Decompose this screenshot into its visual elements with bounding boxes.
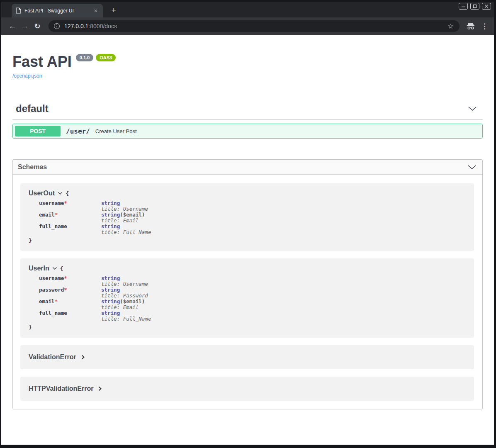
property-row: email* string($email) title: Email <box>39 299 466 310</box>
swagger-page: Fast API0.1.0OAS3 /openapi.json default … <box>1 35 494 445</box>
chevron-right-icon <box>98 386 102 391</box>
model-properties: username* string title: Username passwor… <box>39 275 466 322</box>
model-name: HTTPValidationError <box>29 385 93 392</box>
titlebar: Fast API - Swagger UI × + <box>1 2 494 17</box>
property-format: ($email) <box>120 212 145 218</box>
reload-icon[interactable]: ↻ <box>31 22 44 31</box>
property-definition: string($email) title: Email <box>101 212 145 224</box>
property-definition: string($email) title: Email <box>101 299 145 310</box>
property-format: ($email) <box>120 298 145 304</box>
property-type: string <box>101 212 120 218</box>
api-badges: 0.1.0OAS3 <box>76 54 116 61</box>
open-brace: { <box>66 190 69 197</box>
close-brace: } <box>29 237 466 243</box>
required-star: * <box>55 212 58 218</box>
bookmark-star-icon[interactable]: ☆ <box>446 22 455 31</box>
property-row: username* string title: Username <box>39 275 466 287</box>
info-icon[interactable] <box>53 23 60 29</box>
property-definition: string title: Password <box>101 287 148 299</box>
required-star: * <box>64 287 67 293</box>
property-definition: string title: Username <box>101 200 148 212</box>
model-properties: username* string title: Username email* … <box>39 200 466 235</box>
property-row: email* string($email) title: Email <box>39 212 466 224</box>
property-type: string <box>101 298 120 304</box>
tab-close-icon[interactable]: × <box>92 7 100 15</box>
property-name: username* <box>39 275 101 287</box>
chevron-down-icon <box>467 165 477 170</box>
property-title: title: Password <box>101 293 148 299</box>
toolbar-right: ⋮ <box>466 22 488 31</box>
address-bar[interactable]: 127.0.0.1:8000/docs ☆ <box>49 20 460 32</box>
property-type: string <box>101 200 120 206</box>
property-title: title: Username <box>101 206 148 212</box>
schemas-header[interactable]: Schemas <box>13 160 482 175</box>
close-brace: } <box>29 324 466 330</box>
open-brace: { <box>60 265 63 272</box>
required-star: * <box>55 298 58 304</box>
required-star: * <box>64 200 67 206</box>
property-type: string <box>101 223 120 229</box>
back-icon[interactable]: ← <box>6 22 19 31</box>
forward-icon[interactable]: → <box>19 22 31 31</box>
incognito-icon <box>466 22 475 30</box>
operation-path: /user/ <box>66 127 90 135</box>
property-name: email* <box>39 212 101 224</box>
property-type: string <box>101 287 120 293</box>
model-httpvalidationerror[interactable]: HTTPValidationError <box>20 377 474 401</box>
required-star: * <box>64 275 67 281</box>
property-type: string <box>101 310 120 316</box>
browser-window: Fast API - Swagger UI × + ← → ↻ <box>0 0 496 448</box>
chevron-right-icon <box>81 355 85 360</box>
schemas-title: Schemas <box>18 163 47 171</box>
model-userout: UserOut { username* string title: Userna… <box>20 183 474 251</box>
openapi-spec-link[interactable]: /openapi.json <box>12 73 483 79</box>
property-name: full_name <box>39 310 101 322</box>
window-controls <box>459 3 491 10</box>
property-definition: string title: Full_Name <box>101 310 151 322</box>
page-icon <box>16 7 21 14</box>
property-row: password* string title: Password <box>39 287 466 299</box>
method-badge: POST <box>15 126 61 136</box>
property-type: string <box>101 275 120 281</box>
url-path: :8000/docs <box>88 23 117 29</box>
property-name: full_name <box>39 224 101 235</box>
property-title: title: Full_Name <box>101 229 151 235</box>
model-userout-header[interactable]: UserOut { <box>29 190 466 197</box>
model-userin: UserIn { username* string title: Usernam… <box>20 258 474 338</box>
property-title: title: Username <box>101 281 148 287</box>
model-validationerror[interactable]: ValidationError <box>20 345 474 369</box>
version-badge: 0.1.0 <box>76 54 93 61</box>
browser-toolbar: ← → ↻ 127.0.0.1:8000/docs ☆ ⋮ <box>1 17 494 35</box>
schemas-body: UserOut { username* string title: Userna… <box>13 175 482 409</box>
model-name: UserIn <box>29 265 49 272</box>
property-name: username* <box>39 200 101 212</box>
operation-summary: Create User Post <box>95 128 137 134</box>
property-title: title: Email <box>101 218 145 224</box>
property-title: title: Email <box>101 304 145 310</box>
tab-title: Fast API - Swagger UI <box>24 8 92 14</box>
url-text: 127.0.0.1:8000/docs <box>64 23 446 29</box>
property-definition: string title: Username <box>101 275 148 287</box>
schemas-section: Schemas UserOut { <box>12 159 483 409</box>
browser-menu-icon[interactable]: ⋮ <box>481 22 488 31</box>
api-title: Fast API <box>12 53 72 70</box>
property-definition: string title: Full_Name <box>101 224 151 235</box>
property-row: full_name string title: Full_Name <box>39 224 466 235</box>
tag-section-header[interactable]: default <box>12 103 483 120</box>
property-name: email* <box>39 299 101 310</box>
chevron-down-icon <box>468 106 477 111</box>
minimize-button[interactable] <box>459 3 468 10</box>
model-name: UserOut <box>29 190 55 197</box>
maximize-button[interactable] <box>470 3 479 10</box>
operation-post-user[interactable]: POST /user/ Create User Post <box>12 124 483 139</box>
browser-tab[interactable]: Fast API - Swagger UI × <box>12 4 103 17</box>
chevron-down-icon <box>52 267 57 270</box>
tag-title: default <box>16 103 49 114</box>
model-userin-header[interactable]: UserIn { <box>29 265 466 272</box>
close-button[interactable] <box>482 3 491 10</box>
new-tab-button[interactable]: + <box>109 6 119 15</box>
property-title: title: Full_Name <box>101 316 151 322</box>
oas3-badge: OAS3 <box>96 54 116 61</box>
url-host: 127.0.0.1 <box>64 23 88 29</box>
api-info: Fast API0.1.0OAS3 /openapi.json <box>12 35 483 79</box>
